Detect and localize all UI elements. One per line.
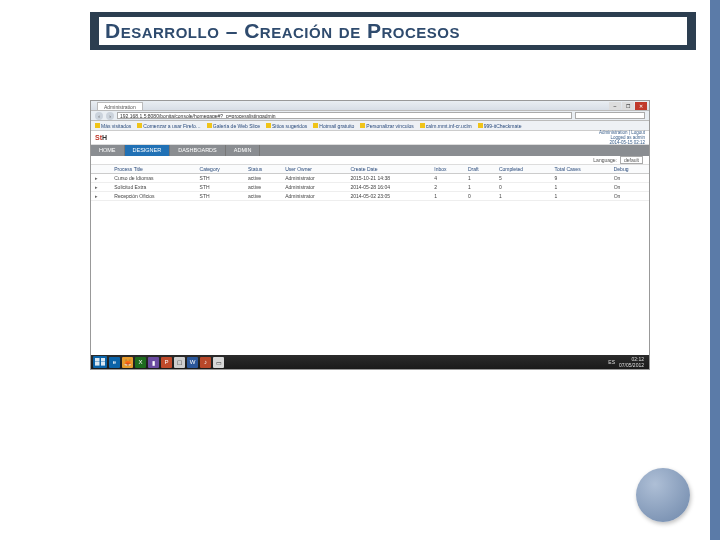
taskbar-app-icon[interactable]: P	[161, 357, 172, 368]
cell-status: active	[245, 192, 282, 201]
folder-icon	[478, 123, 483, 128]
cell-date: 2014-05-02 23:05	[348, 192, 432, 201]
folder-icon	[95, 123, 100, 128]
bookmark-item[interactable]: Comenzar a usar Firefo…	[137, 123, 201, 129]
app-nav: HOME DESIGNER DASHBOARDS ADMIN	[91, 145, 649, 156]
slide-accent-right	[710, 0, 720, 540]
expand-icon[interactable]: ▸	[94, 175, 99, 181]
col-debug[interactable]: Debug	[611, 165, 649, 174]
cell-owner: Administrator	[282, 192, 347, 201]
cell-inbox: 4	[431, 174, 465, 183]
col-date[interactable]: Create Date	[348, 165, 432, 174]
cell-total: 1	[552, 192, 611, 201]
col-completed[interactable]: Completed	[496, 165, 552, 174]
cell-date: 2014-05-28 16:04	[348, 183, 432, 192]
browser-tab[interactable]: Administration	[97, 102, 143, 110]
cell-inbox: 1	[431, 192, 465, 201]
taskbar-app-icon[interactable]: ☐	[174, 357, 185, 368]
cell-completed: 0	[496, 183, 552, 192]
system-tray[interactable]: ES 02:12 07/05/2012	[608, 356, 647, 368]
app-header: StH Administration | Logout Logged as ad…	[91, 131, 649, 145]
folder-icon	[207, 123, 212, 128]
taskbar-app-icon[interactable]: X	[135, 357, 146, 368]
cell-title: Curso de Idiomas	[111, 174, 196, 183]
cell-total: 1	[552, 183, 611, 192]
language-row: Language: default	[91, 156, 649, 165]
taskbar-app-icon[interactable]: ▮	[148, 357, 159, 368]
embedded-screenshot: Administration – ☐ ✕ ‹ › 192.168.1.5:808…	[90, 100, 650, 370]
bookmark-item[interactable]: Hotmail gratuito	[313, 123, 354, 129]
cell-title: Solicitud Extra	[111, 183, 196, 192]
nav-forward-button[interactable]: ›	[106, 112, 114, 120]
table-row[interactable]: ▸ Curso de Idiomas STH active Administra…	[91, 174, 649, 183]
tray-lang[interactable]: ES	[608, 359, 615, 365]
window-close-button[interactable]: ✕	[635, 102, 647, 110]
taskbar-app-icon[interactable]: 🦊	[122, 357, 133, 368]
cell-debug: On	[611, 192, 649, 201]
cell-status: active	[245, 183, 282, 192]
bookmark-label: Personalizar vínculos	[366, 123, 414, 129]
table-header-row: Process Title Category Status User Owner…	[91, 165, 649, 174]
bookmark-label: Sitios sugeridos	[272, 123, 307, 129]
address-bar[interactable]: 192.168.1.5:8080/bonita/console/homepage…	[117, 112, 572, 119]
cell-owner: Administrator	[282, 174, 347, 183]
col-status[interactable]: Status	[245, 165, 282, 174]
nav-admin[interactable]: ADMIN	[226, 145, 261, 156]
folder-icon	[266, 123, 271, 128]
expand-icon[interactable]: ▸	[94, 193, 99, 199]
folder-icon	[313, 123, 318, 128]
nav-back-button[interactable]: ‹	[95, 112, 103, 120]
logo-main: St	[95, 134, 102, 141]
window-minimize-button[interactable]: –	[609, 102, 621, 110]
bookmark-item[interactable]: 999-itCheckmate	[478, 123, 522, 129]
col-total[interactable]: Total Cases	[552, 165, 611, 174]
nav-designer[interactable]: DESIGNER	[125, 145, 171, 156]
col-title[interactable]: Process Title	[111, 165, 196, 174]
bookmark-label: Más visitados	[101, 123, 131, 129]
taskbar-app-icon[interactable]: e	[109, 357, 120, 368]
browser-tabstrip: Administration – ☐ ✕	[91, 101, 649, 111]
cell-category: STH	[197, 183, 245, 192]
slide-title: Desarrollo – Creación de Procesos	[99, 17, 687, 45]
table-row[interactable]: ▸ Solicitud Extra STH active Administrat…	[91, 183, 649, 192]
app-content: Language: default Process Title Category…	[91, 156, 649, 355]
col-expand	[91, 165, 111, 174]
language-select[interactable]: default	[620, 156, 643, 164]
col-owner[interactable]: User Owner	[282, 165, 347, 174]
bookmark-item[interactable]: Galería de Web Slice	[207, 123, 260, 129]
bookmark-label: 999-itCheckmate	[484, 123, 522, 129]
taskbar-app-icon[interactable]: ♪	[200, 357, 211, 368]
cell-inbox: 2	[431, 183, 465, 192]
start-button[interactable]	[93, 356, 107, 368]
cell-owner: Administrator	[282, 183, 347, 192]
bookmark-item[interactable]: Personalizar vínculos	[360, 123, 414, 129]
window-controls: – ☐ ✕	[609, 102, 647, 110]
cell-category: STH	[197, 174, 245, 183]
expand-icon[interactable]: ▸	[94, 184, 99, 190]
cell-date: 2015-10-21 14:38	[348, 174, 432, 183]
window-maximize-button[interactable]: ☐	[622, 102, 634, 110]
table-row[interactable]: ▸ Recepción Oficios STH active Administr…	[91, 192, 649, 201]
bookmark-item[interactable]: Más visitados	[95, 123, 131, 129]
process-table: Process Title Category Status User Owner…	[91, 165, 649, 201]
col-inbox[interactable]: Inbox	[431, 165, 465, 174]
cell-status: active	[245, 174, 282, 183]
col-category[interactable]: Category	[197, 165, 245, 174]
browser-search-input[interactable]	[575, 112, 645, 119]
nav-home[interactable]: HOME	[91, 145, 125, 156]
bookmark-label: Hotmail gratuito	[319, 123, 354, 129]
folder-icon	[360, 123, 365, 128]
taskbar-app-icon[interactable]: ▭	[213, 357, 224, 368]
col-draft[interactable]: Draft	[465, 165, 496, 174]
decorative-sphere-icon	[636, 468, 690, 522]
bookmark-item[interactable]: Sitios sugeridos	[266, 123, 307, 129]
language-label: Language:	[593, 157, 617, 163]
browser-address-row: ‹ › 192.168.1.5:8080/bonita/console/home…	[91, 111, 649, 121]
cell-debug: On	[611, 174, 649, 183]
taskbar-app-icon[interactable]: W	[187, 357, 198, 368]
cell-draft: 1	[465, 183, 496, 192]
bookmark-item[interactable]: calm.mmt.inf-cr.uclm	[420, 123, 472, 129]
cell-debug: On	[611, 183, 649, 192]
cell-draft: 0	[465, 192, 496, 201]
nav-dashboards[interactable]: DASHBOARDS	[170, 145, 226, 156]
